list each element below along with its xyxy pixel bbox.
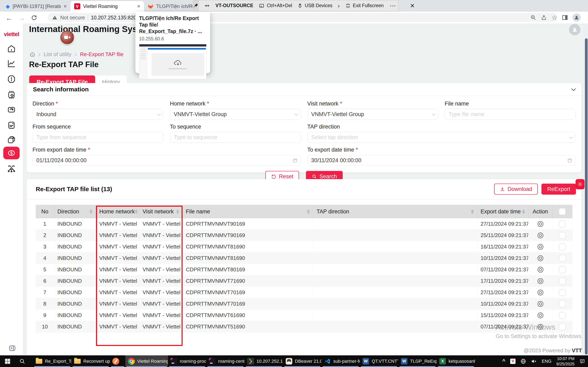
- to-export-date-input[interactable]: 30/11/2024 00:00:00: [307, 155, 576, 166]
- view-icon[interactable]: [537, 255, 543, 261]
- taskbar-item-terminal[interactable]: 10.207.252.126 ([...: [245, 355, 283, 367]
- col-direction[interactable]: Direction: [54, 205, 96, 218]
- sidebar-item-files[interactable]: [7, 135, 16, 144]
- taskbar-clock[interactable]: 10:07 PM 9/25/2025: [556, 356, 575, 367]
- visit-network-select[interactable]: VNMVT-Viettel Group: [307, 109, 438, 120]
- start-button[interactable]: [4, 358, 11, 364]
- taskbar-item-vscode[interactable]: sub-partner-for...: [321, 355, 360, 367]
- sort-icon[interactable]: [522, 209, 525, 214]
- table-row[interactable]: 3 INBOUND VNMVT - Viettel ... VNMVT - Vi…: [36, 241, 572, 252]
- sort-icon[interactable]: [307, 209, 310, 214]
- col-tap-direction[interactable]: TAP direction: [313, 205, 477, 218]
- col-export-date[interactable]: Export date time: [477, 205, 528, 218]
- tap-direction-select[interactable]: Select tap direction: [307, 132, 576, 142]
- row-checkbox[interactable]: [559, 221, 566, 227]
- sidebar-expand-icon[interactable]: [8, 344, 16, 352]
- language-indicator[interactable]: ENG: [542, 359, 552, 364]
- taskbar-item-roaming-process[interactable]: roaming-process ...: [168, 355, 206, 367]
- zoom-icon[interactable]: [530, 15, 536, 21]
- breadcrumb-list-of-utility[interactable]: List of utility: [44, 51, 71, 58]
- settings-gear-button[interactable]: [576, 179, 585, 189]
- browser-tab-viettel-roaming[interactable]: V Viettel Roaming ×: [70, 1, 144, 12]
- browser-profile-avatar[interactable]: [572, 13, 581, 22]
- view-icon[interactable]: [537, 221, 543, 227]
- view-icon[interactable]: [537, 244, 543, 250]
- pin-icon[interactable]: [193, 0, 199, 11]
- taskbar-item-orange-app[interactable]: [110, 355, 125, 367]
- collapse-arrows-icon[interactable]: [204, 3, 210, 8]
- row-checkbox[interactable]: [559, 323, 566, 330]
- home-network-select[interactable]: VNMVT-Viettel Group: [170, 109, 301, 120]
- notification-center-icon[interactable]: [579, 359, 585, 364]
- sidebar-item-processing[interactable]: [7, 90, 16, 100]
- scrollbar-thumb[interactable]: [585, 38, 588, 355]
- view-icon[interactable]: [537, 313, 543, 318]
- network-globe-icon[interactable]: [520, 359, 526, 364]
- taskbar-item-dbeaver[interactable]: DBeaver 21.0.0 - ...: [283, 355, 321, 367]
- sort-icon[interactable]: [135, 209, 138, 214]
- sidebar-item-alerts[interactable]: [7, 75, 16, 84]
- forward-icon[interactable]: →: [18, 14, 25, 22]
- sidebar-item-home[interactable]: [7, 44, 16, 53]
- sidebar-item-finance-active[interactable]: $: [3, 147, 20, 159]
- row-checkbox[interactable]: [559, 300, 566, 308]
- table-row[interactable]: 7 INBOUND VNMVT - Viettel ... VNMVT - Vi…: [36, 287, 572, 298]
- user-avatar[interactable]: [569, 24, 580, 35]
- reexport-button[interactable]: ReExport: [541, 184, 576, 195]
- ctrl-alt-del-button[interactable]: Ctrl+Alt+Del: [259, 3, 292, 8]
- taskbar-item-reconvert[interactable]: Reconvert updat...: [71, 355, 110, 367]
- tray-expand-icon[interactable]: ^: [502, 358, 505, 364]
- table-row[interactable]: 2 INBOUND VNMVT - Viettel ... VNMVT - Vi…: [36, 230, 572, 241]
- table-row[interactable]: 4 INBOUND VNMVT - Viettel ... VNMVT - Vi…: [36, 252, 572, 264]
- to-sequence-input[interactable]: [174, 134, 297, 141]
- view-icon[interactable]: [537, 324, 543, 330]
- back-icon[interactable]: ←: [6, 14, 13, 22]
- row-checkbox[interactable]: [559, 289, 566, 296]
- taskbar-item-re-export-tap-file[interactable]: Re_Export_Tap_file: [33, 355, 71, 367]
- view-icon[interactable]: [537, 290, 543, 295]
- viettel-tray-icon[interactable]: V: [510, 359, 516, 364]
- download-button[interactable]: Download: [494, 184, 538, 195]
- side-panel-icon[interactable]: [562, 15, 568, 21]
- toolbar-overflow-icon[interactable]: ⋯: [390, 2, 396, 9]
- browser-menu-icon[interactable]: ⋮: [585, 14, 588, 21]
- url-field[interactable]: Not secure 10.207.252.135:8200/roaming-a…: [48, 13, 558, 22]
- select-all-checkbox[interactable]: [559, 208, 566, 215]
- view-icon[interactable]: [537, 301, 543, 307]
- table-row[interactable]: 6 INBOUND VNMVT - Viettel ... VNMVT - Vi…: [36, 275, 572, 287]
- page-scrollbar[interactable]: [585, 24, 588, 355]
- table-row[interactable]: 5 INBOUND VNMVT - Viettel ... VNMVT - Vi…: [36, 264, 572, 275]
- sidebar-item-documents[interactable]: [7, 121, 16, 130]
- table-row[interactable]: 8 INBOUND VNMVT - Viettel ... VNMVT - Vi…: [36, 298, 572, 310]
- row-checkbox[interactable]: [559, 266, 566, 273]
- taskbar-item-chrome-viettel-roaming[interactable]: Viettel Roaming ...: [125, 355, 168, 367]
- share-icon[interactable]: [541, 15, 547, 21]
- view-icon[interactable]: [537, 278, 543, 284]
- close-icon[interactable]: ×: [137, 3, 140, 10]
- row-checkbox[interactable]: [559, 243, 566, 250]
- taskbar-item-roaming-center[interactable]: roaming-center ...: [206, 355, 245, 367]
- row-checkbox[interactable]: [559, 312, 566, 319]
- view-icon[interactable]: [537, 267, 543, 273]
- sort-icon[interactable]: [90, 209, 93, 214]
- sort-icon[interactable]: [471, 209, 474, 214]
- row-checkbox[interactable]: [559, 255, 566, 262]
- from-sequence-input[interactable]: [36, 134, 159, 141]
- taskbar-item-word-qt[interactable]: W QT.VTT.CNTT.01_...: [360, 355, 398, 367]
- col-file-name[interactable]: File name: [182, 205, 313, 218]
- table-row[interactable]: 9 INBOUND VNMVT - Viettel ... VNMVT - Vi…: [36, 310, 572, 321]
- sort-icon[interactable]: [176, 209, 179, 214]
- sidebar-item-distribution[interactable]: [7, 164, 16, 173]
- taskbar-item-word-tlgp[interactable]: W TLGP_ReExport_T...: [398, 355, 437, 367]
- table-row[interactable]: 1 INBOUND VNMVT - Viettel ... VNMVT - Vi…: [36, 218, 572, 230]
- exit-fullscreen-button[interactable]: Exit Fullscreen: [345, 3, 384, 8]
- home-icon[interactable]: [30, 52, 35, 57]
- direction-select[interactable]: Inbound: [33, 109, 163, 120]
- view-icon[interactable]: [537, 233, 543, 238]
- speaker-muted-icon[interactable]: [531, 359, 537, 364]
- taskbar-item-excel[interactable]: X ketquasosanh.xls...: [437, 355, 475, 367]
- close-icon[interactable]: ×: [410, 1, 415, 10]
- toolbar-more-chevron[interactable]: ›: [338, 2, 340, 9]
- browser-tab-jira[interactable]: [PAYBI-11971] [Rerating][Tìm kiế ×: [2, 1, 70, 12]
- col-home-network[interactable]: Home network: [96, 205, 139, 218]
